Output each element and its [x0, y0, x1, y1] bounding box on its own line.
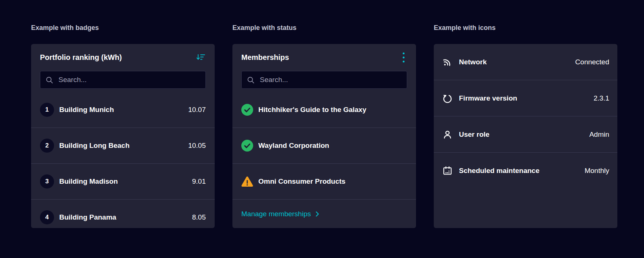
info-value: Monthly: [584, 167, 609, 175]
calendar-icon: [442, 165, 453, 176]
kwh-value: 10.07: [188, 106, 206, 114]
kwh-value: 10.05: [188, 142, 206, 150]
membership-name: Omni Consumer Products: [258, 177, 407, 186]
status-warning-icon: [241, 176, 253, 187]
membership-name: Wayland Corporation: [258, 142, 407, 150]
kwh-value: 9.01: [192, 177, 206, 186]
membership-row: Omni Consumer Products: [232, 163, 416, 199]
search-input[interactable]: [259, 75, 402, 84]
search-field[interactable]: [241, 71, 407, 89]
firmware-refresh-icon: [442, 93, 453, 104]
info-row: Firmware version 2.3.1: [434, 80, 617, 116]
card-header: Portfolio ranking (kWh): [31, 44, 215, 71]
search-icon: [246, 76, 255, 84]
manage-memberships-link[interactable]: Manage memberships: [241, 210, 319, 218]
ranking-row: 3 Building Madison 9.01: [31, 163, 215, 199]
info-value: Admin: [589, 130, 609, 139]
ranking-row: 2 Building Long Beach 10.05: [31, 128, 215, 163]
manage-memberships-label: Manage memberships: [241, 210, 311, 218]
info-row: User role Admin: [434, 116, 617, 152]
building-name: Building Madison: [59, 177, 187, 186]
search-field[interactable]: [40, 71, 206, 89]
section-badges: Example with badges Portfolio ranking (k…: [31, 0, 215, 228]
info-label: User role: [459, 130, 583, 139]
kebab-menu-icon[interactable]: [400, 52, 407, 63]
user-icon: [442, 129, 453, 140]
card-title: Memberships: [241, 53, 289, 62]
building-name: Building Panama: [59, 213, 187, 221]
info-value: 2.3.1: [594, 94, 609, 102]
info-row: Network Connected: [434, 44, 617, 80]
section-label-icons: Example with icons: [434, 24, 617, 32]
section-status: Example with status Memberships: [232, 0, 416, 228]
card-header: Memberships: [232, 44, 416, 71]
section-icons: Example with icons Network Connected: [434, 0, 617, 228]
rank-badge: 1: [40, 103, 54, 117]
info-label: Network: [459, 58, 569, 66]
ranking-row: 4 Building Panama 8.05: [31, 199, 215, 228]
device-info-card: Network Connected Firmware version 2.3.1: [434, 44, 617, 228]
membership-row: Wayland Corporation: [232, 128, 416, 163]
status-success-icon: [241, 104, 253, 116]
manage-memberships-row: Manage memberships: [232, 199, 416, 228]
sort-descending-icon[interactable]: [195, 54, 206, 62]
building-name: Building Munich: [59, 106, 183, 114]
card-title: Portfolio ranking (kWh): [40, 53, 122, 62]
info-label: Scheduled maintenance: [459, 167, 578, 175]
memberships-card: Memberships: [232, 44, 416, 228]
rank-badge: 4: [40, 210, 54, 224]
rank-badge: 2: [40, 139, 54, 153]
search-icon: [45, 76, 54, 84]
rank-badge: 3: [40, 174, 54, 189]
status-success-icon: [241, 140, 253, 152]
building-name: Building Long Beach: [59, 142, 183, 150]
membership-name: Hitchhiker's Guide to the Galaxy: [258, 106, 407, 114]
search-input[interactable]: [58, 75, 201, 84]
membership-row: Hitchhiker's Guide to the Galaxy: [232, 92, 416, 128]
portfolio-ranking-card: Portfolio ranking (kWh): [31, 44, 215, 228]
info-value: Connected: [575, 58, 609, 66]
info-row: Scheduled maintenance Monthly: [434, 152, 617, 189]
ranking-row: 1 Building Munich 10.07: [31, 92, 215, 128]
ranking-list: 1 Building Munich 10.07 2 Building Long …: [31, 92, 215, 228]
network-icon: [442, 57, 453, 68]
section-label-badges: Example with badges: [31, 24, 215, 32]
chevron-right-icon: [316, 211, 319, 217]
kwh-value: 8.05: [192, 213, 206, 221]
memberships-list: Hitchhiker's Guide to the Galaxy Wayland…: [232, 92, 416, 228]
info-label: Firmware version: [459, 94, 588, 102]
section-label-status: Example with status: [232, 24, 416, 32]
page: Example with badges Portfolio ranking (k…: [0, 0, 644, 228]
